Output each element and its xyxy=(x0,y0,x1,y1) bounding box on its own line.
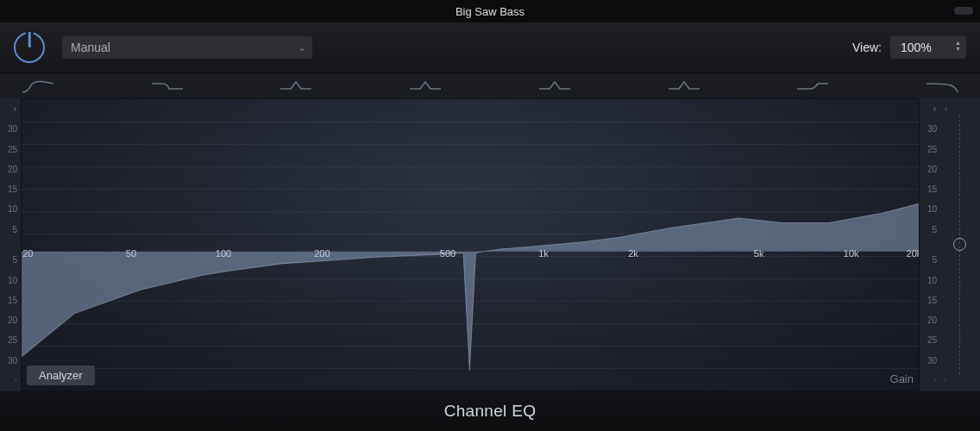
eq-graph[interactable]: 20501002005001k2k5k10k20k Analyzer Gain xyxy=(21,98,920,391)
view-zoom-select[interactable]: 100% ▲▼ xyxy=(890,36,966,59)
freq-tick: 10k xyxy=(844,248,859,259)
db-tick: - xyxy=(15,376,21,384)
freq-tick: 20 xyxy=(22,248,33,259)
db-tick: 30 xyxy=(8,356,21,365)
plugin-name: Channel EQ xyxy=(444,402,537,421)
db-tick: 5 xyxy=(932,255,940,265)
band-bell3-icon[interactable] xyxy=(537,78,572,94)
db-scale-right: +3025201510551015202530- xyxy=(920,98,940,391)
freq-tick: 20k xyxy=(907,248,920,259)
db-tick: 15 xyxy=(8,296,21,305)
view-label: View: xyxy=(852,41,882,54)
master-gain-column: +- xyxy=(940,98,980,391)
analyzer-button[interactable]: Analyzer xyxy=(27,365,95,385)
window-grip[interactable] xyxy=(954,7,973,15)
gain-label: Gain xyxy=(890,372,914,385)
band-highshelf-icon[interactable] xyxy=(795,78,830,94)
db-tick: 10 xyxy=(927,204,940,214)
plugin-footer: Channel EQ xyxy=(0,391,980,431)
freq-tick: 100 xyxy=(216,248,231,259)
stepper-icon: ▲▼ xyxy=(955,40,961,52)
db-tick: 20 xyxy=(927,165,940,174)
band-icon-row xyxy=(0,72,980,98)
eq-curve-svg xyxy=(22,99,919,391)
db-tick: 25 xyxy=(927,145,940,154)
db-tick: 5 xyxy=(932,225,940,234)
db-scale-left: +3025201510551015202530- xyxy=(0,98,21,391)
db-tick: 20 xyxy=(8,315,21,325)
preset-selector[interactable]: Manual ⌄ xyxy=(62,36,312,59)
db-tick: 25 xyxy=(927,335,940,345)
band-lowpass-icon[interactable] xyxy=(925,78,959,94)
db-tick: + xyxy=(933,105,940,114)
db-tick: 30 xyxy=(8,124,21,134)
band-bell4-icon[interactable] xyxy=(667,78,701,94)
freq-tick: 50 xyxy=(126,248,136,259)
gain-scale-ticks: +- xyxy=(944,105,951,384)
band-bell1-icon[interactable] xyxy=(279,78,313,94)
window-titlebar: Big Saw Bass xyxy=(0,0,980,22)
freq-tick: 2k xyxy=(628,248,638,259)
preset-title: Big Saw Bass xyxy=(455,5,525,18)
db-tick: 15 xyxy=(927,296,940,305)
db-tick: - xyxy=(934,376,940,384)
band-bell2-icon[interactable] xyxy=(408,78,443,94)
freq-tick: 1k xyxy=(538,248,549,259)
db-tick: 30 xyxy=(927,356,940,365)
view-control: View: 100% ▲▼ xyxy=(852,36,966,59)
db-tick: 20 xyxy=(927,315,940,325)
db-tick: 30 xyxy=(927,124,940,134)
chevron-down-icon: ⌄ xyxy=(298,43,305,53)
db-tick: 10 xyxy=(8,276,21,285)
gain-slider-knob[interactable] xyxy=(953,238,966,251)
freq-tick: 200 xyxy=(314,248,330,259)
db-tick: 10 xyxy=(8,204,21,214)
db-tick: 20 xyxy=(8,165,21,174)
db-tick: 15 xyxy=(8,184,21,194)
db-tick: 25 xyxy=(8,335,21,345)
freq-tick: 5k xyxy=(754,248,764,259)
eq-graph-area: +3025201510551015202530- 20501002005001k… xyxy=(0,98,980,391)
db-tick: 5 xyxy=(12,255,21,265)
power-button[interactable] xyxy=(14,32,45,63)
db-tick: 15 xyxy=(927,184,940,194)
preset-label: Manual xyxy=(71,41,110,54)
view-zoom-value: 100% xyxy=(901,41,932,54)
db-tick: + xyxy=(13,105,21,114)
freq-tick: 500 xyxy=(440,248,455,259)
band-highpass-icon[interactable] xyxy=(21,78,55,94)
plugin-header: Manual ⌄ View: 100% ▲▼ xyxy=(0,22,980,72)
db-tick: 5 xyxy=(12,225,21,234)
band-lowshelf-icon[interactable] xyxy=(150,78,185,94)
db-tick: 25 xyxy=(8,145,21,154)
db-tick: 10 xyxy=(927,276,940,285)
